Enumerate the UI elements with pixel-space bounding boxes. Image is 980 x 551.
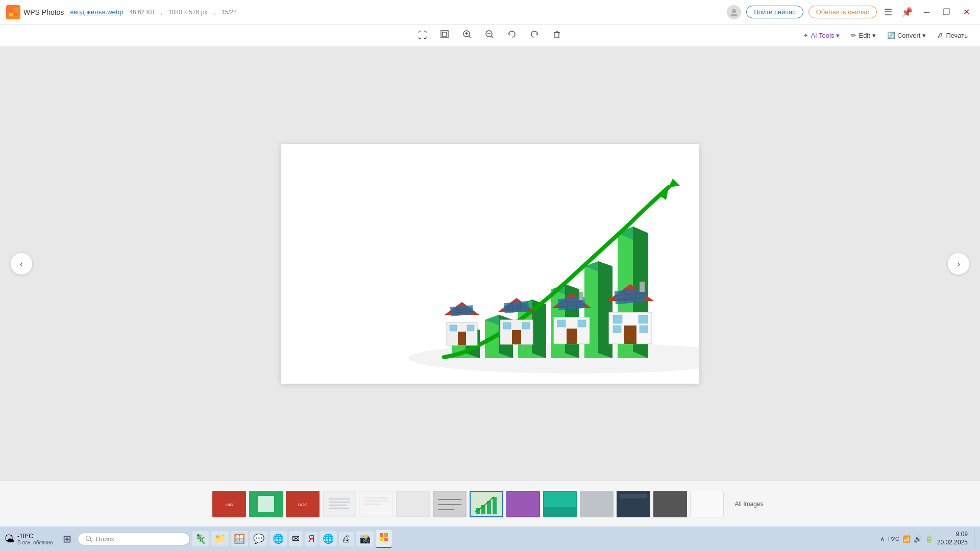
taskbar-app-yandex[interactable]: Я: [305, 532, 317, 546]
taskbar-app-edge[interactable]: 🌐: [270, 531, 287, 546]
taskbar: 🌤 -18°C В осн. облачно ⊞ Поиск 🦎 📁 🪟 💬 🌐…: [0, 527, 980, 551]
thumbnail-9[interactable]: [506, 491, 540, 517]
svg-rect-51: [512, 330, 521, 344]
main-area: ‹: [0, 47, 980, 481]
toolbar-right-actions: ✦ AI Tools ▾ ✏ Edit ▾ 🔄 Convert ▾ 🖨 Печа…: [799, 30, 972, 41]
thumbnail-6[interactable]: [396, 491, 430, 517]
svg-rect-62: [557, 320, 566, 327]
taskbar-app-whatsapp[interactable]: 💬: [250, 531, 267, 546]
next-button[interactable]: ›: [947, 253, 970, 275]
svg-rect-43: [467, 325, 474, 331]
weather-icon: 🌤: [4, 533, 14, 545]
svg-rect-111: [581, 492, 612, 516]
tray-volume: 🔊: [914, 535, 922, 543]
clock[interactable]: 9:09 20.02.2025: [937, 531, 968, 546]
taskbar-app-mail[interactable]: ✉: [289, 531, 303, 546]
svg-rect-1: [14, 8, 17, 12]
thumbnail-11[interactable]: [580, 491, 614, 517]
svg-rect-61: [567, 329, 577, 344]
topbar-right: Войти сейчас Обновить сейчас ☰ 📌 ─ ❐ ✕: [727, 5, 974, 20]
thumbnail-14[interactable]: [690, 491, 724, 517]
svg-rect-110: [544, 507, 576, 516]
svg-rect-6: [443, 32, 447, 36]
tray-chevron[interactable]: ∧: [880, 535, 885, 543]
hamburger-icon[interactable]: ☰: [882, 5, 894, 20]
restore-button[interactable]: ❐: [939, 5, 954, 19]
taskbar-app-chrome-alt[interactable]: 🌐: [320, 531, 337, 546]
svg-rect-53: [522, 322, 530, 329]
pin-icon[interactable]: 📌: [899, 5, 915, 20]
taskbar-app-explorer[interactable]: 🦎: [192, 531, 209, 546]
svg-rect-72: [624, 325, 636, 344]
ai-tools-chevron: ▾: [836, 32, 840, 39]
svg-point-4: [732, 9, 736, 13]
minimize-button[interactable]: ─: [920, 6, 934, 19]
svg-text:IMG: IMG: [226, 503, 233, 507]
thumbnail-1[interactable]: IMG: [212, 491, 246, 517]
update-button[interactable]: Обновить сейчас: [808, 6, 877, 18]
user-icon[interactable]: [727, 5, 741, 19]
svg-rect-114: [654, 492, 686, 516]
taskbar-app-wps-active[interactable]: [376, 530, 392, 548]
convert-chevron: ▾: [922, 32, 926, 39]
zoom-out-button[interactable]: [479, 26, 500, 45]
svg-rect-42: [450, 325, 457, 331]
login-button[interactable]: Войти сейчас: [746, 6, 803, 18]
svg-rect-86: [258, 496, 274, 512]
thumbnail-7[interactable]: [433, 491, 467, 517]
rotate-right-button[interactable]: [524, 26, 545, 45]
start-button[interactable]: ⊞: [59, 531, 76, 547]
edit-button[interactable]: ✏ Edit ▾: [847, 30, 879, 41]
actual-size-button[interactable]: [434, 26, 455, 45]
filesize: 46.62 KB: [129, 9, 154, 16]
app-logo: WPS Photos: [6, 5, 64, 19]
close-button[interactable]: ✕: [959, 5, 974, 19]
svg-rect-3: [14, 13, 17, 16]
svg-rect-118: [380, 533, 383, 537]
svg-line-8: [469, 36, 471, 38]
taskbar-app-print[interactable]: 🖨: [339, 532, 354, 546]
thumbnail-8-active[interactable]: [470, 491, 503, 517]
thumbnail-13[interactable]: [653, 491, 687, 517]
thumbnail-4[interactable]: [323, 491, 356, 517]
svg-rect-2: [9, 13, 13, 16]
taskbar-app-store[interactable]: 🪟: [231, 531, 248, 546]
show-desktop[interactable]: [974, 529, 976, 549]
thumbnail-5[interactable]: [359, 491, 393, 517]
app-name: WPS Photos: [23, 8, 64, 16]
fit-screen-button[interactable]: ⛶: [413, 27, 432, 44]
thumbnail-10[interactable]: [543, 491, 577, 517]
search-icon: [85, 535, 92, 542]
taskbar-app-photos[interactable]: 📸: [356, 531, 374, 546]
svg-rect-119: [384, 533, 388, 537]
svg-rect-113: [620, 494, 647, 498]
app-logo-icon: [6, 5, 20, 19]
convert-icon: 🔄: [887, 32, 895, 39]
top-bar: WPS Photos ввод жилья.webp 46.62 KB , 10…: [0, 0, 980, 24]
tray-lang[interactable]: РУС: [888, 536, 899, 542]
svg-rect-115: [691, 492, 723, 516]
zoom-in-button[interactable]: [457, 26, 477, 45]
filename[interactable]: ввод жилья.webp: [70, 8, 123, 16]
svg-rect-108: [507, 492, 539, 516]
ai-tools-button[interactable]: ✦ AI Tools ▾: [799, 30, 844, 41]
svg-rect-14: [555, 33, 559, 38]
convert-button[interactable]: 🔄 Convert ▾: [883, 30, 930, 41]
thumbnail-3[interactable]: DOC: [286, 491, 320, 517]
prev-button[interactable]: ‹: [10, 253, 33, 275]
svg-rect-69: [579, 292, 583, 300]
svg-rect-0: [9, 8, 13, 12]
delete-button[interactable]: [547, 26, 567, 45]
thumbnail-12[interactable]: [617, 491, 650, 517]
ai-star-icon: ✦: [803, 32, 808, 39]
weather-widget: 🌤 -18°C В осн. облачно: [4, 533, 53, 545]
thumbnail-2[interactable]: [249, 491, 283, 517]
svg-rect-63: [578, 320, 586, 327]
taskbar-app-files[interactable]: 📁: [211, 531, 229, 546]
tray-battery: 🔋: [925, 535, 933, 543]
print-button[interactable]: 🖨 Печать: [933, 30, 972, 41]
all-images-button[interactable]: All Images: [730, 498, 767, 510]
rotate-left-button[interactable]: [502, 26, 522, 45]
edit-icon: ✏: [851, 32, 856, 39]
search-bar[interactable]: Поиск: [78, 533, 190, 545]
